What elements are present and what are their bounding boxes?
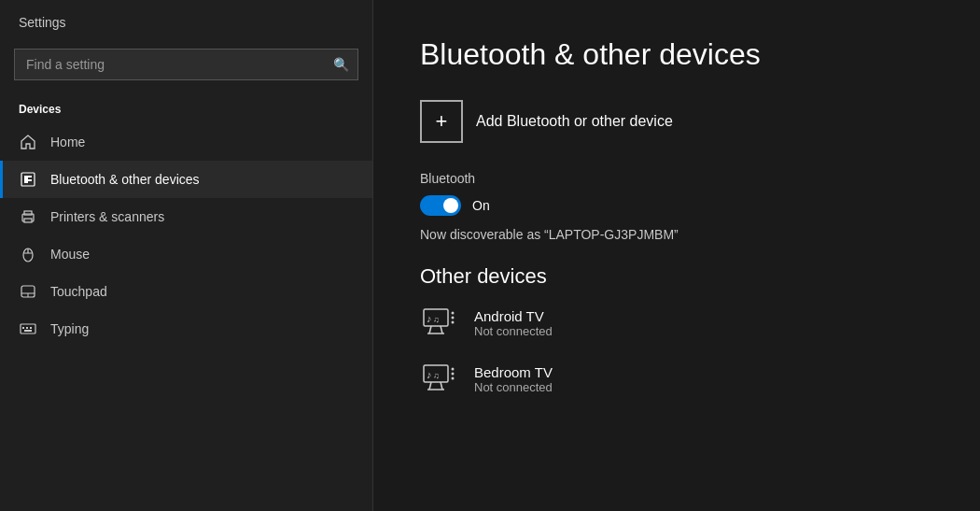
svg-line-23 [429,326,431,334]
main-content: Bluetooth & other devices + Add Bluetoot… [373,0,980,511]
svg-point-21 [452,317,455,319]
svg-rect-3 [28,179,32,181]
other-devices-section: Other devices ♪ ♫ [420,264,933,399]
discoverable-text: Now discoverable as “LAPTOP-GJ3PJMBM” [420,227,933,242]
svg-point-30 [452,373,455,376]
sidebar-item-touchpad[interactable]: Touchpad [0,273,372,310]
sidebar-item-typing-label: Typing [50,321,89,336]
page-title: Bluetooth & other devices [420,37,933,72]
bedroom-tv-status: Not connected [474,380,553,394]
sidebar-item-mouse-label: Mouse [50,247,90,262]
svg-rect-18 [24,330,32,332]
svg-rect-2 [28,176,32,177]
svg-text:♫: ♫ [433,371,440,380]
bedroom-tv-icon: ♪ ♫ [420,360,459,399]
svg-rect-4 [24,179,28,183]
bluetooth-icon [19,170,37,189]
svg-line-24 [441,326,442,334]
android-tv-info: Android TV Not connected [474,308,553,338]
svg-point-29 [452,368,455,371]
sidebar-item-home-label: Home [50,135,85,149]
svg-text:♪: ♪ [427,369,432,380]
svg-rect-17 [30,327,32,329]
add-device-label: Add Bluetooth or other device [476,113,673,130]
mouse-icon [19,245,37,263]
sidebar-item-bluetooth[interactable]: Bluetooth & other devices [0,161,372,198]
bedroom-tv-name: Bedroom TV [474,364,553,380]
printer-icon [19,207,37,226]
svg-text:♫: ♫ [433,315,440,324]
svg-rect-7 [24,219,32,222]
toggle-knob [443,198,458,213]
sidebar-item-typing[interactable]: Typing [0,310,372,348]
android-tv-status: Not connected [474,324,553,338]
bluetooth-section: Bluetooth On Now discoverable as “LAPTOP… [420,171,933,242]
android-tv-icon: ♪ ♫ [420,304,459,343]
sidebar-item-printers-label: Printers & scanners [50,209,164,224]
device-item-bedroom-tv[interactable]: ♪ ♫ Bedroom TV Not connected [420,360,933,399]
sidebar-item-printers[interactable]: Printers & scanners [0,198,372,235]
bedroom-tv-info: Bedroom TV Not connected [474,364,553,394]
svg-point-22 [452,321,455,324]
svg-point-31 [452,377,455,380]
section-label: Devices [0,95,372,123]
sidebar-item-home[interactable]: Home [0,123,372,161]
svg-rect-1 [24,176,28,179]
app-title: Settings [0,0,372,41]
search-icon: 🔍 [333,57,349,72]
add-icon: + [420,100,463,143]
svg-rect-16 [26,327,28,329]
svg-point-20 [452,312,455,315]
touchpad-icon [19,282,37,301]
add-device-button[interactable]: + Add Bluetooth or other device [420,100,933,143]
bluetooth-label: Bluetooth [420,171,933,186]
sidebar-item-mouse[interactable]: Mouse [0,235,372,273]
keyboard-icon [19,319,37,338]
device-item-android-tv[interactable]: ♪ ♫ Android TV Not connected [420,304,933,343]
search-container: 🔍 [14,49,358,80]
sidebar-item-bluetooth-label: Bluetooth & other devices [50,172,200,187]
sidebar-item-touchpad-label: Touchpad [50,284,107,299]
bluetooth-toggle[interactable] [420,195,461,216]
svg-text:♪: ♪ [427,313,432,324]
svg-line-33 [441,382,442,390]
svg-line-32 [429,382,431,390]
android-tv-name: Android TV [474,308,553,324]
search-input[interactable] [14,49,358,80]
other-devices-title: Other devices [420,264,933,289]
bluetooth-toggle-row: On [420,195,933,216]
svg-rect-15 [22,327,24,329]
bluetooth-toggle-state: On [472,198,490,213]
sidebar: Settings 🔍 Devices Home Bluetooth & othe… [0,0,373,511]
home-icon [19,133,37,151]
